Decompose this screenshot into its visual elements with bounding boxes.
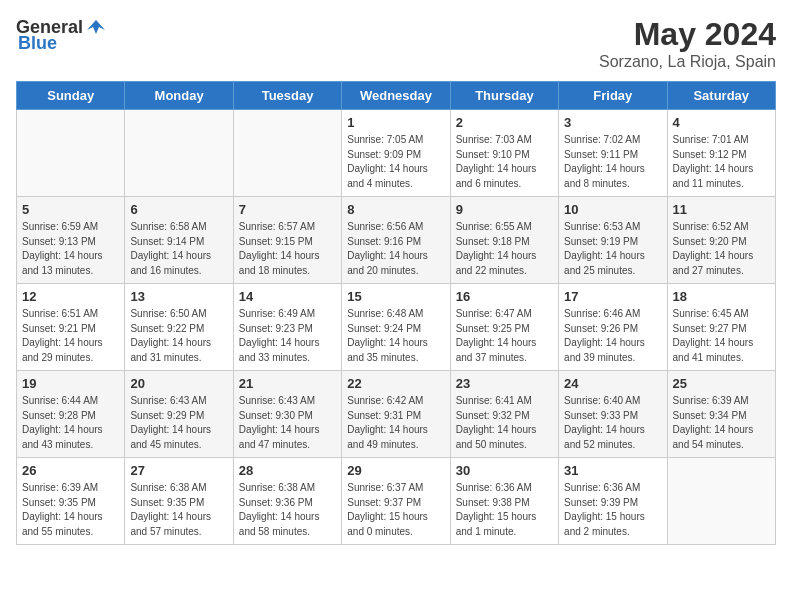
calendar-cell: 16Sunrise: 6:47 AM Sunset: 9:25 PM Dayli… bbox=[450, 284, 558, 371]
calendar-week-row: 5Sunrise: 6:59 AM Sunset: 9:13 PM Daylig… bbox=[17, 197, 776, 284]
weekday-header-tuesday: Tuesday bbox=[233, 82, 341, 110]
day-number: 19 bbox=[22, 376, 119, 391]
calendar-cell: 24Sunrise: 6:40 AM Sunset: 9:33 PM Dayli… bbox=[559, 371, 667, 458]
day-info: Sunrise: 6:45 AM Sunset: 9:27 PM Dayligh… bbox=[673, 307, 770, 365]
day-info: Sunrise: 6:53 AM Sunset: 9:19 PM Dayligh… bbox=[564, 220, 661, 278]
day-number: 21 bbox=[239, 376, 336, 391]
calendar-cell: 7Sunrise: 6:57 AM Sunset: 9:15 PM Daylig… bbox=[233, 197, 341, 284]
day-info: Sunrise: 6:47 AM Sunset: 9:25 PM Dayligh… bbox=[456, 307, 553, 365]
day-number: 11 bbox=[673, 202, 770, 217]
calendar-cell: 15Sunrise: 6:48 AM Sunset: 9:24 PM Dayli… bbox=[342, 284, 450, 371]
calendar-cell bbox=[233, 110, 341, 197]
day-info: Sunrise: 6:38 AM Sunset: 9:35 PM Dayligh… bbox=[130, 481, 227, 539]
weekday-header-saturday: Saturday bbox=[667, 82, 775, 110]
weekday-header-wednesday: Wednesday bbox=[342, 82, 450, 110]
day-number: 16 bbox=[456, 289, 553, 304]
day-number: 22 bbox=[347, 376, 444, 391]
day-info: Sunrise: 6:39 AM Sunset: 9:34 PM Dayligh… bbox=[673, 394, 770, 452]
calendar-cell: 18Sunrise: 6:45 AM Sunset: 9:27 PM Dayli… bbox=[667, 284, 775, 371]
calendar-cell: 23Sunrise: 6:41 AM Sunset: 9:32 PM Dayli… bbox=[450, 371, 558, 458]
day-number: 14 bbox=[239, 289, 336, 304]
calendar-cell: 13Sunrise: 6:50 AM Sunset: 9:22 PM Dayli… bbox=[125, 284, 233, 371]
day-info: Sunrise: 6:43 AM Sunset: 9:29 PM Dayligh… bbox=[130, 394, 227, 452]
day-number: 25 bbox=[673, 376, 770, 391]
calendar-cell: 26Sunrise: 6:39 AM Sunset: 9:35 PM Dayli… bbox=[17, 458, 125, 545]
calendar-cell bbox=[17, 110, 125, 197]
calendar-cell: 1Sunrise: 7:05 AM Sunset: 9:09 PM Daylig… bbox=[342, 110, 450, 197]
calendar-cell: 5Sunrise: 6:59 AM Sunset: 9:13 PM Daylig… bbox=[17, 197, 125, 284]
calendar-cell: 14Sunrise: 6:49 AM Sunset: 9:23 PM Dayli… bbox=[233, 284, 341, 371]
day-info: Sunrise: 6:49 AM Sunset: 9:23 PM Dayligh… bbox=[239, 307, 336, 365]
day-number: 9 bbox=[456, 202, 553, 217]
calendar-cell bbox=[667, 458, 775, 545]
day-info: Sunrise: 6:39 AM Sunset: 9:35 PM Dayligh… bbox=[22, 481, 119, 539]
day-info: Sunrise: 7:03 AM Sunset: 9:10 PM Dayligh… bbox=[456, 133, 553, 191]
day-number: 17 bbox=[564, 289, 661, 304]
calendar-cell: 3Sunrise: 7:02 AM Sunset: 9:11 PM Daylig… bbox=[559, 110, 667, 197]
weekday-header-row: SundayMondayTuesdayWednesdayThursdayFrid… bbox=[17, 82, 776, 110]
calendar-cell: 17Sunrise: 6:46 AM Sunset: 9:26 PM Dayli… bbox=[559, 284, 667, 371]
day-info: Sunrise: 7:01 AM Sunset: 9:12 PM Dayligh… bbox=[673, 133, 770, 191]
calendar-cell: 21Sunrise: 6:43 AM Sunset: 9:30 PM Dayli… bbox=[233, 371, 341, 458]
day-info: Sunrise: 6:40 AM Sunset: 9:33 PM Dayligh… bbox=[564, 394, 661, 452]
calendar-cell: 20Sunrise: 6:43 AM Sunset: 9:29 PM Dayli… bbox=[125, 371, 233, 458]
weekday-header-thursday: Thursday bbox=[450, 82, 558, 110]
calendar-cell: 25Sunrise: 6:39 AM Sunset: 9:34 PM Dayli… bbox=[667, 371, 775, 458]
day-number: 18 bbox=[673, 289, 770, 304]
weekday-header-monday: Monday bbox=[125, 82, 233, 110]
day-info: Sunrise: 6:50 AM Sunset: 9:22 PM Dayligh… bbox=[130, 307, 227, 365]
weekday-header-sunday: Sunday bbox=[17, 82, 125, 110]
calendar-cell: 11Sunrise: 6:52 AM Sunset: 9:20 PM Dayli… bbox=[667, 197, 775, 284]
calendar-cell: 8Sunrise: 6:56 AM Sunset: 9:16 PM Daylig… bbox=[342, 197, 450, 284]
day-number: 27 bbox=[130, 463, 227, 478]
svg-marker-0 bbox=[87, 20, 105, 34]
day-info: Sunrise: 6:52 AM Sunset: 9:20 PM Dayligh… bbox=[673, 220, 770, 278]
day-number: 30 bbox=[456, 463, 553, 478]
day-number: 29 bbox=[347, 463, 444, 478]
day-number: 3 bbox=[564, 115, 661, 130]
day-info: Sunrise: 6:38 AM Sunset: 9:36 PM Dayligh… bbox=[239, 481, 336, 539]
day-info: Sunrise: 6:42 AM Sunset: 9:31 PM Dayligh… bbox=[347, 394, 444, 452]
calendar-cell: 9Sunrise: 6:55 AM Sunset: 9:18 PM Daylig… bbox=[450, 197, 558, 284]
logo: General Blue bbox=[16, 16, 107, 52]
calendar-cell: 6Sunrise: 6:58 AM Sunset: 9:14 PM Daylig… bbox=[125, 197, 233, 284]
weekday-header-friday: Friday bbox=[559, 82, 667, 110]
day-number: 5 bbox=[22, 202, 119, 217]
calendar-cell: 22Sunrise: 6:42 AM Sunset: 9:31 PM Dayli… bbox=[342, 371, 450, 458]
calendar-week-row: 1Sunrise: 7:05 AM Sunset: 9:09 PM Daylig… bbox=[17, 110, 776, 197]
calendar-week-row: 12Sunrise: 6:51 AM Sunset: 9:21 PM Dayli… bbox=[17, 284, 776, 371]
calendar-subtitle: Sorzano, La Rioja, Spain bbox=[599, 53, 776, 71]
day-number: 7 bbox=[239, 202, 336, 217]
day-info: Sunrise: 6:55 AM Sunset: 9:18 PM Dayligh… bbox=[456, 220, 553, 278]
calendar-week-row: 19Sunrise: 6:44 AM Sunset: 9:28 PM Dayli… bbox=[17, 371, 776, 458]
logo-bird-icon bbox=[85, 16, 107, 38]
day-number: 15 bbox=[347, 289, 444, 304]
day-number: 4 bbox=[673, 115, 770, 130]
day-info: Sunrise: 6:37 AM Sunset: 9:37 PM Dayligh… bbox=[347, 481, 444, 539]
day-info: Sunrise: 6:43 AM Sunset: 9:30 PM Dayligh… bbox=[239, 394, 336, 452]
calendar-cell: 27Sunrise: 6:38 AM Sunset: 9:35 PM Dayli… bbox=[125, 458, 233, 545]
day-number: 28 bbox=[239, 463, 336, 478]
day-number: 12 bbox=[22, 289, 119, 304]
logo-blue-text: Blue bbox=[18, 34, 57, 52]
day-info: Sunrise: 6:57 AM Sunset: 9:15 PM Dayligh… bbox=[239, 220, 336, 278]
day-info: Sunrise: 6:36 AM Sunset: 9:38 PM Dayligh… bbox=[456, 481, 553, 539]
day-number: 2 bbox=[456, 115, 553, 130]
calendar-table: SundayMondayTuesdayWednesdayThursdayFrid… bbox=[16, 81, 776, 545]
day-info: Sunrise: 6:59 AM Sunset: 9:13 PM Dayligh… bbox=[22, 220, 119, 278]
day-number: 13 bbox=[130, 289, 227, 304]
day-number: 8 bbox=[347, 202, 444, 217]
calendar-cell: 10Sunrise: 6:53 AM Sunset: 9:19 PM Dayli… bbox=[559, 197, 667, 284]
day-info: Sunrise: 6:36 AM Sunset: 9:39 PM Dayligh… bbox=[564, 481, 661, 539]
page-header: General Blue May 2024 Sorzano, La Rioja,… bbox=[16, 16, 776, 71]
day-info: Sunrise: 6:41 AM Sunset: 9:32 PM Dayligh… bbox=[456, 394, 553, 452]
calendar-cell: 2Sunrise: 7:03 AM Sunset: 9:10 PM Daylig… bbox=[450, 110, 558, 197]
day-info: Sunrise: 6:44 AM Sunset: 9:28 PM Dayligh… bbox=[22, 394, 119, 452]
calendar-cell: 4Sunrise: 7:01 AM Sunset: 9:12 PM Daylig… bbox=[667, 110, 775, 197]
day-number: 31 bbox=[564, 463, 661, 478]
day-number: 23 bbox=[456, 376, 553, 391]
day-number: 20 bbox=[130, 376, 227, 391]
calendar-cell: 19Sunrise: 6:44 AM Sunset: 9:28 PM Dayli… bbox=[17, 371, 125, 458]
calendar-week-row: 26Sunrise: 6:39 AM Sunset: 9:35 PM Dayli… bbox=[17, 458, 776, 545]
day-info: Sunrise: 6:51 AM Sunset: 9:21 PM Dayligh… bbox=[22, 307, 119, 365]
